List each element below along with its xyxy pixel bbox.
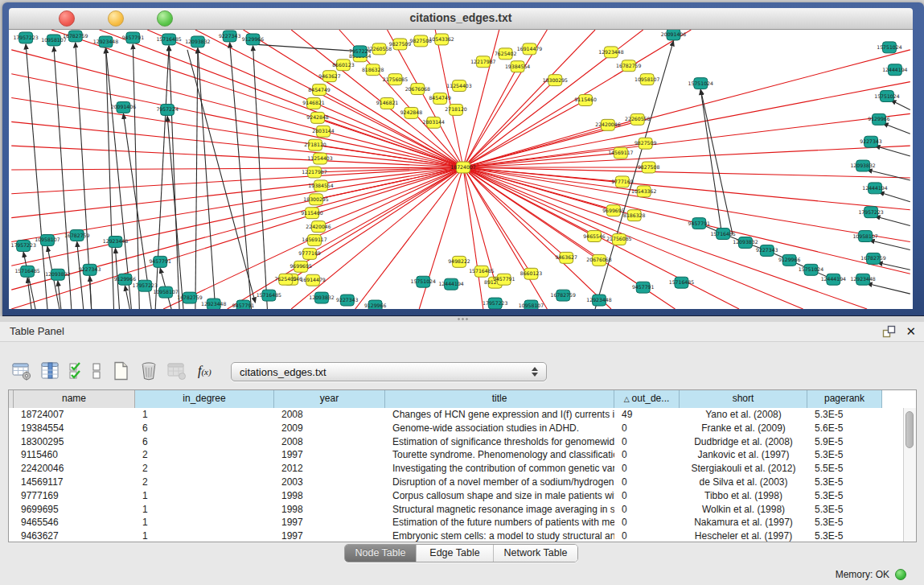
- paper-node[interactable]: 12444194: [821, 274, 846, 285]
- paper-node-selected[interactable]: 11254403: [446, 80, 471, 92]
- table-row[interactable]: 977716911998Corpus callosum shape and si…: [9, 489, 904, 503]
- paper-node[interactable]: 12093832: [733, 237, 758, 249]
- paper-node[interactable]: 16782759: [64, 230, 89, 241]
- paper-node[interactable]: 16782759: [177, 292, 202, 303]
- table-settings-icon[interactable]: [11, 360, 32, 382]
- paper-node[interactable]: 10958107: [519, 300, 544, 309]
- scrollbar-thumb[interactable]: [906, 411, 914, 448]
- paper-node-selected[interactable]: 9463627: [556, 252, 578, 263]
- paper-node[interactable]: 9227343: [219, 31, 241, 42]
- paper-node-selected[interactable]: 9242848: [400, 107, 423, 118]
- citation-edge-selected[interactable]: [463, 50, 910, 167]
- paper-node[interactable]: 12093832: [309, 292, 334, 303]
- citation-edge[interactable]: [155, 46, 169, 309]
- citation-edge[interactable]: [252, 44, 360, 51]
- table-row[interactable]: 1938455462009Genome-wide association stu…: [9, 422, 904, 435]
- paper-node[interactable]: 15751024: [411, 276, 436, 287]
- citation-edge-selected[interactable]: [463, 167, 867, 309]
- paper-node[interactable]: 12923448: [93, 36, 118, 47]
- network-canvas[interactable]: 1872400719384554183002959115460224200461…: [9, 30, 913, 309]
- paper-node[interactable]: 12923448: [850, 274, 875, 285]
- paper-node[interactable]: 16782759: [63, 31, 88, 42]
- paper-node[interactable]: 12444194: [438, 278, 463, 290]
- paper-node-selected[interactable]: 2718120: [445, 104, 467, 115]
- paper-node[interactable]: 12093832: [45, 269, 70, 280]
- citation-edge[interactable]: [77, 241, 84, 309]
- paper-node[interactable]: 9457791: [122, 32, 145, 43]
- paper-node-selected[interactable]: 18300295: [543, 75, 568, 86]
- citation-edge-selected[interactable]: [463, 167, 495, 282]
- paper-node[interactable]: 12923448: [201, 299, 226, 309]
- paper-node[interactable]: 15716485: [669, 277, 694, 288]
- new-column-file-icon[interactable]: [110, 360, 131, 382]
- paper-node[interactable]: 12093832: [185, 36, 210, 47]
- citation-edge[interactable]: [879, 192, 910, 202]
- paper-node[interactable]: 20091406: [111, 101, 136, 113]
- paper-node-selected[interactable]: 8186328: [362, 64, 384, 76]
- paper-node[interactable]: 16782759: [551, 290, 576, 301]
- paper-node[interactable]: 15716485: [257, 290, 281, 301]
- citation-edge[interactable]: [867, 283, 910, 294]
- paper-node-selected[interactable]: 9146821: [376, 98, 399, 109]
- paper-node[interactable]: 9457791: [632, 282, 655, 293]
- paper-node-selected[interactable]: 9498222: [448, 256, 470, 267]
- unselect-boxes-icon[interactable]: [90, 360, 103, 382]
- paper-node[interactable]: 9227343: [336, 295, 359, 306]
- paper-node[interactable]: 17957223: [13, 32, 38, 43]
- tab-network-table[interactable]: Network Table: [494, 545, 577, 562]
- column-header-short[interactable]: short: [680, 390, 807, 408]
- column-header-in-degree[interactable]: in_degree: [135, 390, 274, 408]
- paper-node[interactable]: 10958107: [153, 286, 178, 298]
- paper-node-selected[interactable]: 12923448: [598, 47, 623, 58]
- paper-node-selected[interactable]: 8454749: [429, 93, 451, 105]
- table-row[interactable]: 1830029562008Estimation of significance …: [9, 435, 904, 449]
- citation-edge[interactable]: [133, 44, 139, 309]
- paper-node-selected[interactable]: 10543362: [429, 34, 454, 45]
- paper-node-selected[interactable]: 9777169: [611, 176, 634, 187]
- citation-edge[interactable]: [883, 123, 910, 134]
- table-row[interactable]: 1872400712008Changes of HCN gene express…: [9, 408, 904, 422]
- paper-node-selected[interactable]: 11254403: [307, 153, 332, 164]
- paper-node[interactable]: 12444194: [862, 183, 887, 194]
- paper-node[interactable]: 9129966: [242, 34, 265, 45]
- table-row[interactable]: 969969511998Structural magnetic resonanc…: [9, 503, 904, 517]
- paper-node[interactable]: 9227343: [79, 264, 101, 275]
- table-row[interactable]: 946362711997Embryonic stem cells: a mode…: [9, 529, 904, 542]
- paper-node[interactable]: 9457791: [149, 256, 171, 267]
- paper-node[interactable]: 9227343: [860, 136, 882, 147]
- paper-node-selected[interactable]: 2718120: [304, 139, 326, 150]
- citation-edge-selected[interactable]: [11, 74, 463, 167]
- table-row[interactable]: 2242004622012Investigating the contribut…: [9, 462, 904, 476]
- paper-node-selected[interactable]: 10543362: [631, 186, 656, 197]
- citation-edge-selected[interactable]: [316, 167, 463, 200]
- citation-edge-selected[interactable]: [463, 113, 910, 167]
- paper-node-selected[interactable]: 9827509: [634, 138, 657, 149]
- column-header-name[interactable]: name: [14, 390, 135, 408]
- citation-edge[interactable]: [169, 46, 179, 309]
- citation-edge[interactable]: [875, 146, 910, 156]
- paper-node-selected[interactable]: 9827509: [389, 39, 412, 50]
- citation-edge[interactable]: [869, 240, 910, 249]
- paper-node-selected[interactable]: 21756085: [383, 74, 408, 85]
- citation-edge[interactable]: [877, 262, 910, 270]
- citation-edge-selected[interactable]: [463, 167, 483, 309]
- tab-node-table[interactable]: Node Table: [345, 545, 417, 562]
- paper-node-selected[interactable]: 14569117: [302, 235, 326, 246]
- paper-node-selected[interactable]: 8186328: [623, 210, 646, 221]
- paper-node[interactable]: 12093832: [850, 160, 875, 171]
- paper-node[interactable]: 9227343: [756, 245, 778, 256]
- delete-column-trash-icon[interactable]: [138, 360, 159, 382]
- paper-node-selected[interactable]: 20676068: [405, 84, 430, 95]
- table-row[interactable]: 911546021997Tourette syndrome. Phenomeno…: [9, 448, 904, 462]
- paper-node-selected[interactable]: 7625402: [495, 48, 517, 60]
- paper-node[interactable]: 17957223: [483, 298, 507, 309]
- column-header-out-de-[interactable]: △out_de...: [614, 390, 680, 408]
- float-panel-icon[interactable]: [882, 325, 896, 339]
- table-row[interactable]: 946554611997Estimation of the future num…: [9, 516, 904, 529]
- function-builder-icon[interactable]: f(x): [195, 360, 216, 382]
- citation-edge-selected[interactable]: [318, 167, 463, 227]
- paper-node-selected[interactable]: 2803144: [312, 126, 335, 137]
- paper-node[interactable]: 15751024: [877, 42, 901, 53]
- paper-node-selected[interactable]: 9699695: [290, 261, 312, 272]
- panel-splitter[interactable]: [0, 316, 924, 322]
